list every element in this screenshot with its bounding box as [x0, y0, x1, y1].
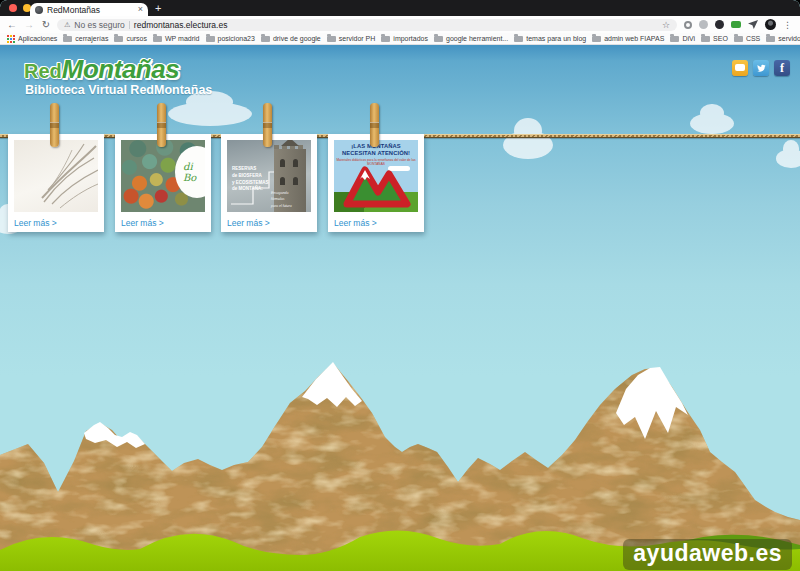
twitter-bird-icon: [755, 62, 767, 74]
bookmark-folder[interactable]: importados: [381, 35, 428, 42]
tab-title: RedMontañas: [47, 5, 134, 15]
page-content: RedMontañas Biblioteca Virtual RedMontañ…: [0, 45, 800, 571]
profile-avatar[interactable]: [765, 19, 776, 30]
extension-icon-5[interactable]: [748, 20, 758, 29]
bookmark-folder[interactable]: servidor PH: [766, 35, 800, 42]
bookmark-label: cursos: [126, 35, 147, 42]
site-logo[interactable]: RedMontañas: [24, 54, 179, 85]
folder-icon: [670, 36, 679, 42]
bookmark-label: Aplicaciones: [18, 35, 57, 42]
tower-window: [293, 159, 298, 167]
url-separator: [129, 21, 130, 29]
bookmark-label: temas para un blog: [526, 35, 586, 42]
facebook-icon[interactable]: f: [774, 60, 790, 76]
apps-grid-icon: [7, 35, 15, 43]
security-label: No es seguro: [74, 20, 125, 30]
folder-icon: [261, 36, 270, 42]
bookmark-folder[interactable]: admin web FIAPAS: [592, 35, 664, 42]
book-card-atencion[interactable]: ¡LAS MONTAÑAS NECESITAN ATENCIÓN! Materi…: [328, 134, 424, 232]
folder-icon: [766, 36, 775, 42]
bookmark-folder[interactable]: google herramient...: [434, 35, 508, 42]
cover-subtitle-text: Ensayando fórmulas para el futuro: [271, 190, 292, 209]
folder-icon: [153, 36, 162, 42]
toolbar-extensions: ⋮: [682, 19, 794, 30]
bookmark-label: SEO: [713, 35, 728, 42]
read-more-link[interactable]: Leer más >: [227, 218, 270, 228]
folder-icon: [701, 36, 710, 42]
bookmark-folder[interactable]: SEO: [701, 35, 728, 42]
extension-icon-3[interactable]: [715, 20, 724, 29]
bookmark-label: google herramient...: [446, 35, 508, 42]
social-links: f: [732, 60, 790, 76]
bookmark-folder[interactable]: servidor PH: [327, 35, 376, 42]
folder-icon: [327, 36, 336, 42]
close-window-button[interactable]: [9, 4, 17, 12]
reload-icon[interactable]: ↻: [40, 20, 52, 30]
logo-part-montanas: Montañas: [62, 54, 179, 84]
book-card-autumn[interactable]: di Bo Leer más >: [115, 134, 211, 232]
book-card-reservas[interactable]: RESERVAS de BIOSFERA y ECOSISTEMAS de MO…: [221, 134, 317, 232]
folder-icon: [206, 36, 215, 42]
forward-icon[interactable]: →: [23, 20, 35, 30]
book-cover-winter: [14, 140, 98, 212]
back-icon[interactable]: ←: [6, 20, 18, 30]
bookmark-folder[interactable]: WP madrid: [153, 35, 200, 42]
folder-icon: [514, 36, 523, 42]
bookmarks-bar: Aplicaciones cerrajerías cursos WP madri…: [0, 33, 800, 45]
bookmark-folder[interactable]: CSS: [734, 35, 760, 42]
url-text: redmontanas.electura.es: [134, 20, 228, 30]
bookmark-apps[interactable]: Aplicaciones: [7, 35, 57, 43]
bookmark-folder[interactable]: temas para un blog: [514, 35, 586, 42]
extension-icon-2[interactable]: [699, 20, 708, 29]
book-card-winter[interactable]: Leer más >: [8, 134, 104, 232]
browser-toolbar: ← → ↻ ⚠ No es seguro redmontanas.electur…: [0, 16, 800, 33]
cloud: [168, 102, 252, 126]
extension-icon-4[interactable]: [731, 21, 741, 28]
clothespin: [370, 103, 379, 147]
read-more-link[interactable]: Leer más >: [14, 218, 57, 228]
blog-chat-icon[interactable]: [732, 60, 748, 76]
folder-icon: [734, 36, 743, 42]
not-secure-warning-icon: ⚠: [64, 21, 70, 28]
folder-icon: [381, 36, 390, 42]
twitter-icon[interactable]: [753, 60, 769, 76]
address-bar[interactable]: ⚠ No es seguro redmontanas.electura.es ☆: [57, 19, 677, 31]
snow-cap-middle: [302, 362, 362, 407]
browser-menu-icon[interactable]: ⋮: [783, 20, 792, 30]
folder-icon: [63, 36, 72, 42]
folder-icon: [592, 36, 601, 42]
bookmark-label: servidor PH: [339, 35, 376, 42]
new-tab-button[interactable]: +: [155, 2, 161, 14]
cloud: [776, 149, 800, 168]
bookmark-star-icon[interactable]: ☆: [662, 20, 670, 30]
bookmark-folder[interactable]: DiVi: [670, 35, 695, 42]
browser-tab[interactable]: RedMontañas ×: [30, 3, 148, 16]
browser-window: RedMontañas × + ← → ↻ ⚠ No es seguro red…: [0, 0, 800, 571]
bookmark-label: servidor PH: [778, 35, 800, 42]
bookmark-folder[interactable]: cursos: [114, 35, 147, 42]
bookmark-label: cerrajerías: [75, 35, 108, 42]
winter-branches-illustration: [14, 140, 98, 212]
bookmark-label: drive de google: [273, 35, 321, 42]
tab-close-icon[interactable]: ×: [138, 5, 143, 14]
watermark: ayudaweb.es: [623, 539, 792, 570]
folder-icon: [114, 36, 123, 42]
book-cover-atencion: ¡LAS MONTAÑAS NECESITAN ATENCIÓN! Materi…: [334, 140, 418, 212]
overlay-text-line1: di: [183, 161, 205, 173]
bookmark-label: CSS: [746, 35, 760, 42]
book-cover-reservas: RESERVAS de BIOSFERA y ECOSISTEMAS de MO…: [227, 140, 311, 212]
cover-title-text: RESERVAS de BIOSFERA y ECOSISTEMAS de MO…: [232, 166, 269, 193]
extension-icon-1[interactable]: [684, 21, 692, 29]
bookmark-folder[interactable]: cerrajerías: [63, 35, 108, 42]
bookmark-label: posiciona23: [218, 35, 255, 42]
tower-window: [293, 177, 298, 185]
read-more-link[interactable]: Leer más >: [334, 218, 377, 228]
bookmark-folder[interactable]: drive de google: [261, 35, 321, 42]
bookmark-label: DiVi: [682, 35, 695, 42]
overlay-text-line2: Bo: [183, 172, 205, 184]
bookmark-label: importados: [393, 35, 428, 42]
bookmark-folder[interactable]: posiciona23: [206, 35, 255, 42]
read-more-link[interactable]: Leer más >: [121, 218, 164, 228]
logo-part-red: Red: [24, 60, 62, 82]
bookmark-label: WP madrid: [165, 35, 200, 42]
